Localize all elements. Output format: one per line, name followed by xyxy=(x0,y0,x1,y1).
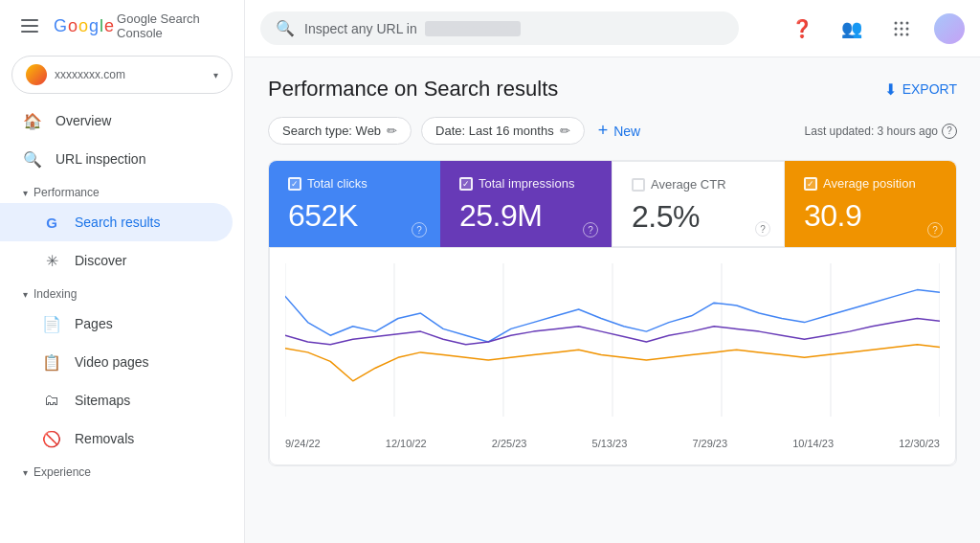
sidebar-item-discover[interactable]: ✳ Discover xyxy=(0,241,233,280)
section-arrow-experience: ▾ xyxy=(23,467,28,478)
ctr-checkbox[interactable] xyxy=(632,178,645,192)
last-updated-text: Last updated: 3 hours ago xyxy=(805,124,938,138)
chart-container: 9/24/22 12/10/22 2/25/23 5/13/23 7/29/23… xyxy=(269,247,956,465)
account-settings-button[interactable]: 👥 xyxy=(835,11,869,46)
metric-average-ctr[interactable]: Average CTR 2.5% ? xyxy=(612,161,785,247)
section-performance: ▾ Performance xyxy=(0,178,244,203)
clicks-help-icon[interactable]: ? xyxy=(412,222,427,238)
impressions-help-icon[interactable]: ? xyxy=(583,222,598,238)
section-experience-label: Experience xyxy=(33,465,91,479)
sidebar-item-sitemaps[interactable]: 🗂 Sitemaps xyxy=(0,381,233,419)
export-icon: ⬇ xyxy=(884,80,897,99)
metric-clicks-header: ✓ Total clicks xyxy=(288,176,421,191)
svg-point-1 xyxy=(901,21,903,24)
logo-o2: o xyxy=(78,16,88,36)
last-updated: Last updated: 3 hours ago ? xyxy=(805,124,957,139)
logo-g: G xyxy=(54,16,67,36)
sidebar-item-sitemaps-label: Sitemaps xyxy=(75,393,130,408)
apps-button[interactable] xyxy=(884,11,919,46)
clicks-label: Total clicks xyxy=(307,176,368,191)
sidebar: Google Google Search Console xxxxxxxx.co… xyxy=(0,0,245,543)
content-header: Performance on Search results ⬇ EXPORT xyxy=(268,77,957,102)
search-bar-icon: 🔍 xyxy=(276,19,295,37)
filter-bar: Search type: Web ✏ Date: Last 16 months … xyxy=(268,117,957,145)
sidebar-item-removals[interactable]: 🚫 Removals xyxy=(0,419,233,458)
logo-e: e xyxy=(104,16,114,36)
removals-icon: 🚫 xyxy=(42,429,61,448)
date-filter[interactable]: Date: Last 16 months ✏ xyxy=(421,117,585,145)
svg-point-6 xyxy=(895,33,898,35)
hamburger-icon[interactable] xyxy=(15,13,44,38)
clicks-value: 652K xyxy=(288,198,421,234)
topbar-icons: ❓ 👥 xyxy=(785,11,965,46)
logo-g2: g xyxy=(89,16,99,36)
metric-ctr-header: Average CTR xyxy=(632,177,765,192)
metric-total-impressions[interactable]: ✓ Total impressions 25.9M ? xyxy=(440,161,612,247)
x-label-3: 5/13/23 xyxy=(592,438,628,449)
x-label-1: 12/10/22 xyxy=(386,438,427,449)
impressions-value: 25.9M xyxy=(459,198,592,234)
google-logo: Google Google Search Console xyxy=(54,11,229,40)
grid-icon xyxy=(893,20,910,37)
metric-average-position[interactable]: ✓ Average position 30.9 ? xyxy=(785,161,956,247)
search-bar[interactable]: 🔍 Inspect any URL in xxxxxxxxxx.com xyxy=(260,11,739,45)
content-area: Performance on Search results ⬇ EXPORT S… xyxy=(245,57,980,543)
property-selector[interactable]: xxxxxxxx.com ▾ xyxy=(11,56,233,94)
sidebar-item-video-pages[interactable]: 📋 Video pages xyxy=(0,343,233,381)
sidebar-item-search-results[interactable]: G Search results xyxy=(0,203,233,241)
svg-point-7 xyxy=(901,33,903,35)
chevron-down-icon: ▾ xyxy=(213,70,218,80)
svg-point-3 xyxy=(895,27,898,30)
impressions-checkmark: ✓ xyxy=(462,179,470,189)
ctr-help-icon[interactable]: ? xyxy=(755,221,770,237)
pages-icon: 📄 xyxy=(42,314,61,333)
help-icon: ❓ xyxy=(791,18,813,39)
position-help-icon[interactable]: ? xyxy=(927,222,943,238)
metric-total-clicks[interactable]: ✓ Total clicks 652K ? xyxy=(269,161,440,247)
ctr-value: 2.5% xyxy=(632,199,765,235)
svg-point-0 xyxy=(895,21,898,24)
property-dot xyxy=(26,64,47,85)
app-name-text: Google Search Console xyxy=(117,11,229,40)
sidebar-item-overview[interactable]: 🏠 Overview xyxy=(0,102,233,140)
account-settings-icon: 👥 xyxy=(841,18,862,39)
metric-impressions-header: ✓ Total impressions xyxy=(459,176,592,191)
sidebar-item-pages-label: Pages xyxy=(75,316,113,331)
logo-o1: o xyxy=(68,16,78,36)
avatar[interactable] xyxy=(934,13,965,44)
last-updated-help-icon[interactable]: ? xyxy=(942,124,957,139)
performance-chart xyxy=(285,263,940,431)
sitemaps-icon: 🗂 xyxy=(42,391,61,410)
impressions-checkbox[interactable]: ✓ xyxy=(459,177,473,191)
x-label-4: 7/29/23 xyxy=(692,438,727,449)
logo-l: l xyxy=(100,16,103,36)
section-arrow-indexing: ▾ xyxy=(23,289,28,300)
date-edit-icon: ✏ xyxy=(560,124,570,138)
sidebar-item-discover-label: Discover xyxy=(75,253,126,268)
section-experience: ▾ Experience xyxy=(0,458,244,483)
x-label-6: 12/30/23 xyxy=(899,438,940,449)
sidebar-item-pages[interactable]: 📄 Pages xyxy=(0,305,233,343)
search-type-label: Search type: Web xyxy=(282,124,381,138)
svg-point-2 xyxy=(906,21,909,24)
sidebar-header: Google Google Search Console xyxy=(0,0,244,52)
search-type-filter[interactable]: Search type: Web ✏ xyxy=(268,117,412,145)
metrics-row: ✓ Total clicks 652K ? ✓ Total impression… xyxy=(269,161,956,247)
position-checkbox[interactable]: ✓ xyxy=(804,177,817,191)
clicks-checkbox[interactable]: ✓ xyxy=(288,177,301,191)
search-placeholder-text: Inspect any URL in xyxy=(304,21,417,36)
new-label: New xyxy=(613,124,640,139)
export-button[interactable]: ⬇ EXPORT xyxy=(884,80,957,99)
search-icon: 🔍 xyxy=(23,149,42,169)
page-title: Performance on Search results xyxy=(268,77,558,102)
discover-icon: ✳ xyxy=(42,251,61,270)
sidebar-item-removals-label: Removals xyxy=(75,431,134,446)
x-label-5: 10/14/23 xyxy=(792,438,834,449)
sidebar-item-url-inspection[interactable]: 🔍 URL inspection xyxy=(0,140,233,178)
svg-point-4 xyxy=(901,27,903,30)
help-button[interactable]: ❓ xyxy=(785,11,819,46)
section-performance-label: Performance xyxy=(33,186,100,199)
topbar: 🔍 Inspect any URL in xxxxxxxxxx.com ❓ 👥 xyxy=(245,0,980,57)
new-filter-button[interactable]: + New xyxy=(598,121,641,141)
google-g-icon: G xyxy=(42,213,61,232)
